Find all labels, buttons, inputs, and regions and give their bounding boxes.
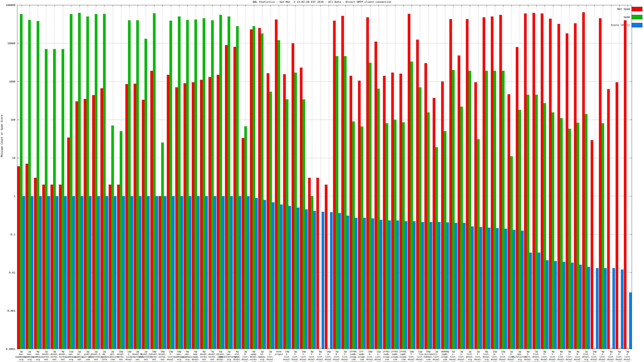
x-tick-label: 6@ old. spam. dnsbl. sorbs. net origin [233,350,241,362]
x-tick-label: 5@ 1. list. dnswl. org origin [450,350,458,362]
x-tick-label: 2@ Y. list. dnswl. org origin [474,350,482,362]
legend-item: Spam [590,15,642,19]
legend-item: Score (0..1) [590,23,642,27]
x-tick-label: 2@ 12. apews. org origin [258,350,266,362]
x-tick-label: 14@ dnsbl. sorbs. net origin [150,350,158,362]
x-tick-label: 14@ 1. list. dnswl. org origin [590,350,598,362]
x-tick-label: 14@ 2. list. dnswl. org origin [283,350,291,362]
x-tick-label: 10@ Y. list. dnswl. org origin [408,350,416,362]
x-tick-label: 2ff01. iadb. isipp. com origin [391,350,399,362]
y-tick-label: 0.01 [0,271,15,274]
legend-label: Not Spam [617,7,630,10]
x-tick-label: 9@ 2. list. dnswl. org origin [624,350,632,362]
rbl-statistics-chart: RBL Statistics - Sat Mar 2 13:02:28 EST … [0,0,644,362]
legend-label: Score (0..1) [611,23,630,26]
x-tick-label: 10@ 0. list. dnswl. org origin [366,350,374,362]
x-tick-label: 0@ list. dnswl. org origin [482,350,491,362]
x-tick-label: 9@ 0. list. dnswl. org origin [574,350,582,362]
y-tick-label: 100000 [0,4,15,6]
x-tick-label: 2@ 2. list. dnswl. org origin [433,350,441,362]
x-tick-label: 3@ Y. list. dnswl. org origin [292,350,300,362]
x-tick-label: 9@ Y. list. dnswl. org origin [541,350,549,362]
x-tick-label: 2@ list. dnswl. org origin [582,350,590,362]
x-tick-label: 2ff02. iadb. isipp. com origin [383,350,391,362]
legend-swatch [632,23,642,27]
legend-item: Not Spam [590,7,642,11]
y-axis-label: Message Count or Spam Score [0,88,3,184]
x-tick-label: 4@ Y. list. dnswl. org origin [549,350,557,362]
x-tick-label: 6@ new. spam. dnsbl. sorbs. net origin [192,350,200,362]
x-tick-label: 6@ Y. list. dnswl. org origin [616,350,624,362]
x-tick-label: 5@ Y. list. dnswl. org origin [341,350,349,362]
x-tick-label: 10@ dnsbl. sorbs. net origin [158,350,167,362]
x-tick-label: 5@ 0. list. dnswl. org origin [333,350,341,362]
x-tick-label: 3@ list. dnswl. org origin [532,350,540,362]
x-tick-label: 8@ Y. list. dnswl. org origin [308,350,316,362]
x-tick-label: 3@ dnsbl. sorbs. net origin [50,350,58,362]
y-tick-label: 0.1 [0,233,15,236]
x-tick-label: 15@ Y. list. dnswl. org origin [499,350,507,362]
x-tick-label: 2ff04. iadb. isipp. com origin [350,350,358,362]
x-tick-label: 36409@ iadb. isipp. com origin [441,350,449,362]
y-tick-label: 10 [0,157,15,159]
legend-swatch [632,15,642,19]
x-tick-label: 2@ dnsbl. sorbs. net origin [42,350,50,362]
x-tick-label: 15@ dnsbl. sorbs. net origin [117,350,125,362]
x-tick-label: 6@ spam. dnsbl. sorbs. net origin [250,350,258,362]
legend-label: Spam [624,15,630,18]
y-tick-label: 0.0001 [0,348,15,350]
y-tick-label: 1000 [0,80,15,83]
x-tick-label: 2ff03. iadb. isipp. com origin [400,350,408,362]
x-tick-label: 4@ 3. list. dnswl. org origin [557,350,565,362]
x-tick-label: 14@ Y. list. dnswl. org origin [300,350,308,362]
y-tick-label: 1 [0,195,15,198]
y-tick-label: 10000 [0,42,15,45]
x-tick-label: none origin [275,350,283,356]
y-tick-label: 0.001 [0,310,15,312]
x-tick-label: 6@ dnsbl. sorbs. net origin [200,350,208,362]
x-tick-label: 1ff. iadb. isipp. com origin [358,350,366,362]
x-tick-label: 11@ 2. list. dnswl. org origin [374,350,382,362]
y-tick-label: 100 [0,118,15,121]
x-tick-label: 15@ 0. list. dnswl. org origin [491,350,499,362]
plot-frame [17,5,632,349]
x-tick-label: 9@ 1. list. dnswl. org origin [566,350,574,362]
x-tick-label: 3@ 2. list. dnswl. org origin [266,350,274,362]
x-tick-label: 4@ 2. list. dnswl. org origin [599,350,607,362]
chart-title: RBL Statistics - Sat Mar 2 13:02:28 EST … [0,0,644,3]
x-tick-label: 14@ 3. list. dnswl. org origin [324,350,333,362]
x-tick-label: 3@ 1. list. dnswl. org origin [458,350,466,362]
x-tick-label: 3@ 0. list. dnswl. org origin [242,350,250,362]
x-tick-label: 9@ 3. list. dnswl. org origin [524,350,532,362]
x-tick-label: 6@ 2. list. dnswl. org origin [607,350,615,362]
x-tick-label: 8@ 2. list. dnswl. org origin [316,350,324,362]
x-tick-label: 1@ list. dnswl. org origin [466,350,474,362]
x-tick-label: 7@ dnsbl. sorbs. net origin [208,350,216,362]
legend-swatch [632,7,642,11]
